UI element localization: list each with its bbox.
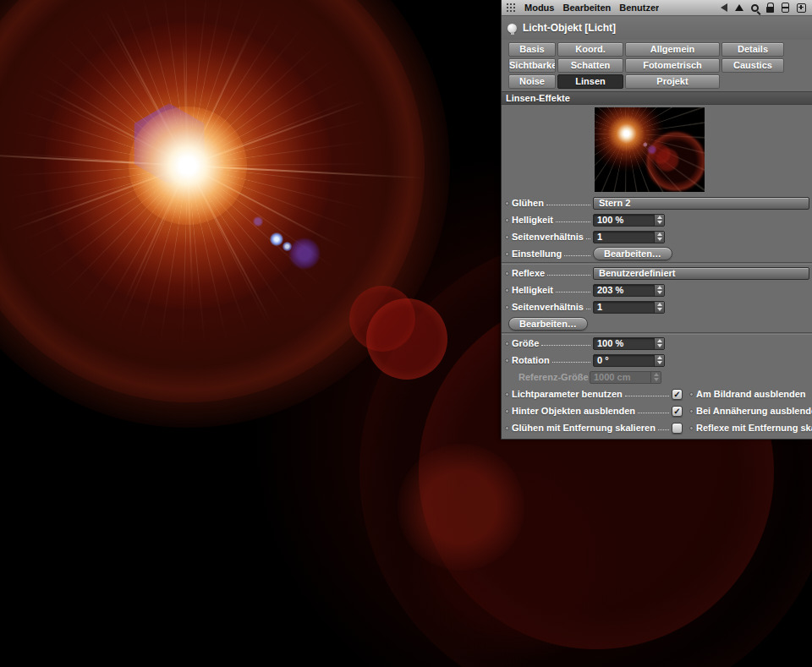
referenz-groesse-field: 1000 cm: [590, 371, 661, 384]
keyframe-dot[interactable]: [505, 305, 509, 309]
flare-ray: [41, 87, 334, 244]
groesse-field[interactable]: 100 %: [593, 337, 665, 350]
lock-icon[interactable]: [766, 7, 774, 13]
keyframe-dot[interactable]: [689, 426, 694, 430]
tab-sichtbarkeit[interactable]: Sichtbarkeit: [508, 58, 556, 73]
checkbox-label: Lichtparameter benutzen: [512, 389, 623, 399]
param-label: Reflexe: [512, 268, 545, 278]
keyframe-dot[interactable]: [505, 426, 509, 430]
panel-title: Licht-Objekt [Licht]: [523, 22, 616, 34]
checkbox-row-3: Glühen mit Entfernung skalieren Reflexe …: [502, 419, 812, 436]
param-label: Seitenverhältnis: [512, 232, 584, 242]
param-row-seiten-reflexe: Seitenverhältnis 1: [502, 298, 812, 315]
checkbox-label: Reflexe mit Entfernung skalieren: [696, 423, 812, 433]
add-panel-icon[interactable]: [797, 3, 806, 13]
keyframe-dot[interactable]: [505, 288, 509, 292]
section-header: Linsen-Effekte: [502, 91, 812, 105]
tab-noise[interactable]: Noise: [508, 74, 556, 89]
lichtparameter-benutzen-checkbox[interactable]: ✓: [672, 389, 683, 400]
flare-ray: [122, 26, 254, 306]
tab-allgemein[interactable]: Allgemein: [625, 42, 720, 57]
seiten-reflexe-field[interactable]: 1: [593, 301, 665, 314]
seiten-gluehen-field[interactable]: 1: [593, 231, 665, 243]
spinner-arrows[interactable]: [654, 302, 664, 313]
param-row-referenz-groesse: Referenz-Größe 1000 cm: [502, 369, 812, 385]
lens-flare-preview: [595, 107, 705, 192]
panel-grip-icon[interactable]: [506, 3, 516, 13]
keyframe-dot[interactable]: [505, 201, 509, 205]
tab-fotometrisch[interactable]: Fotometrisch: [625, 58, 720, 73]
panel-bottom-padding: [502, 436, 812, 439]
flare-ray: [9, 100, 366, 231]
spinner-arrows: [650, 372, 661, 383]
tab-koord[interactable]: Koord.: [557, 42, 623, 57]
spinner-arrows[interactable]: [654, 338, 664, 349]
tab-caustics[interactable]: Caustics: [721, 58, 784, 73]
flare-dark-blob: [398, 448, 617, 667]
back-arrow-icon[interactable]: [721, 3, 727, 12]
tab-schatten[interactable]: Schatten: [557, 58, 623, 73]
preview-area: [502, 105, 812, 194]
tab-linsen[interactable]: Linsen: [557, 74, 623, 89]
keyframe-dot[interactable]: [689, 409, 694, 413]
flare-orange-glow: [44, 22, 332, 309]
param-row-reflexe-bearbeiten: Bearbeiten…: [502, 315, 812, 332]
spinner-arrows[interactable]: [654, 215, 664, 226]
flare-ray: [104, 8, 272, 323]
spinner-arrows[interactable]: [654, 232, 664, 243]
menu-bearbeiten[interactable]: Bearbeiten: [562, 3, 611, 13]
param-label: Rotation: [512, 355, 550, 365]
keyframe-dot[interactable]: [505, 409, 509, 413]
checkbox-label: Hinter Objekten ausblenden: [512, 406, 635, 416]
param-row-groesse: Größe 100 %: [502, 335, 812, 352]
keyframe-dot[interactable]: [505, 252, 509, 256]
keyframe-dot[interactable]: [505, 235, 509, 239]
dotted-leader: [564, 255, 590, 256]
flare-bright-blob: [398, 444, 524, 571]
hinter-objekten-ausblenden-checkbox[interactable]: ✓: [672, 406, 683, 417]
helligkeit-gluehen-field[interactable]: 100 %: [593, 214, 665, 227]
helligkeit-reflexe-field[interactable]: 203 %: [593, 284, 665, 297]
flare-violet-hexagon: [129, 103, 210, 184]
keyframe-dot[interactable]: [505, 342, 509, 346]
param-row-rotation: Rotation 0 °: [502, 352, 812, 369]
param-label: Seitenverhältnis: [512, 302, 584, 312]
param-label: Einstellung: [512, 249, 562, 259]
dotted-leader: [658, 429, 669, 430]
reflexe-bearbeiten-button[interactable]: Bearbeiten…: [508, 317, 588, 331]
tab-projekt[interactable]: Projekt: [625, 74, 720, 89]
gluehen-mit-entfernung-skalieren-checkbox[interactable]: [672, 423, 683, 434]
menu-benutzer[interactable]: Benutzer: [619, 3, 659, 13]
rotation-field[interactable]: 0 °: [593, 354, 665, 367]
flare-blue-glint-1: [270, 232, 283, 246]
einstellung-bearbeiten-button[interactable]: Bearbeiten…: [593, 247, 672, 260]
tab-details[interactable]: Details: [721, 42, 784, 57]
reflexe-dropdown[interactable]: Benutzerdefiniert: [593, 267, 809, 280]
up-arrow-icon[interactable]: [735, 4, 743, 11]
keyframe-dot[interactable]: [505, 218, 509, 222]
checkbox-label: Bei Annäherung ausblenden: [696, 406, 812, 416]
panes-icon[interactable]: [782, 3, 789, 13]
checkbox-right-group: Reflexe mit Entfernung skalieren: [689, 423, 812, 433]
keyframe-dot[interactable]: [689, 392, 694, 396]
panel-titlebar: Licht-Objekt [Licht]: [502, 16, 812, 40]
checkbox-right-group: Am Bildrand ausblenden: [689, 389, 812, 399]
spinner-arrows[interactable]: [654, 355, 664, 366]
checkbox-left-group: Hinter Objekten ausblenden ✓: [505, 406, 683, 417]
flare-red-ghost-2: [366, 298, 447, 380]
tab-basis[interactable]: Basis: [508, 42, 556, 57]
keyframe-dot[interactable]: [505, 358, 509, 363]
menu-modus[interactable]: Modus: [524, 3, 554, 13]
search-icon[interactable]: [751, 4, 759, 12]
dotted-leader: [556, 292, 590, 292]
spinner-arrows[interactable]: [654, 285, 664, 296]
menubar-icons: [721, 3, 808, 13]
dotted-leader: [552, 362, 590, 363]
param-row-einstellung: Einstellung Bearbeiten…: [502, 245, 812, 262]
param-row-gluehen: Glühen Stern 2: [502, 194, 812, 211]
gluehen-dropdown[interactable]: Stern 2: [593, 197, 809, 210]
keyframe-dot[interactable]: [505, 392, 509, 396]
dotted-leader: [541, 345, 590, 346]
param-label: Referenz-Größe: [518, 372, 589, 382]
keyframe-dot[interactable]: [505, 271, 509, 276]
